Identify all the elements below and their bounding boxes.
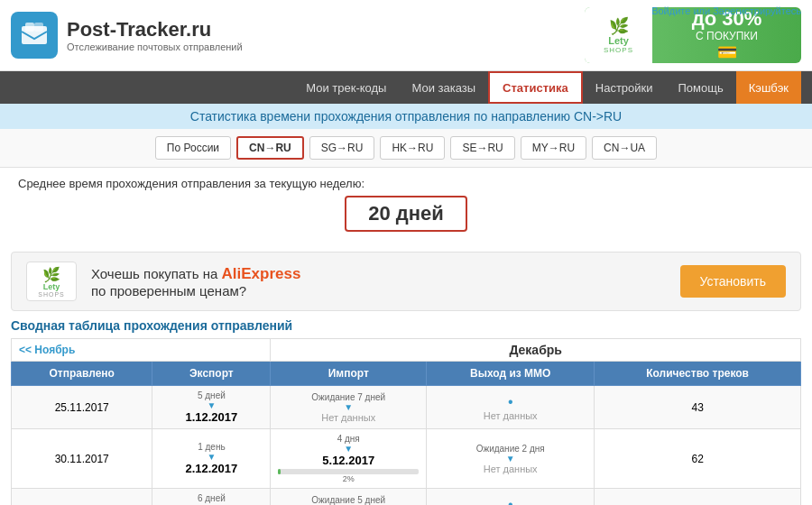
nav-cashback[interactable]: Кэшбэк [736, 71, 801, 104]
ad-lety-shops: SHOPS [38, 291, 65, 298]
column-header-row: Отправлено Экспорт Импорт Выход из ММО К… [12, 362, 801, 386]
ad-leaf-icon: 🌿 [42, 266, 60, 283]
nav-statistics[interactable]: Статистика [488, 71, 583, 104]
ad-banner: 🌿 Lety SHOPS Хочешь покупать на AliExpre… [11, 252, 801, 311]
logo-icon [11, 12, 58, 59]
col-sent: Отправлено [12, 362, 152, 386]
mmo-3: • Нет данных [427, 489, 595, 506]
import-2: 4 дня ▼ 5.12.2017 2% [271, 429, 427, 489]
export-1: 5 дней ▼ 1.12.2017 [152, 386, 271, 429]
tab-cn-ua[interactable]: CN→UA [592, 136, 657, 160]
svg-rect-1 [25, 23, 34, 32]
month-header-row: << Ноябрь Декабрь [12, 339, 801, 362]
nav-my-tracks[interactable]: Мои трек-коды [293, 71, 399, 104]
col-mmo: Выход из ММО [427, 362, 595, 386]
sent-date-3: 27.11.2017 [12, 489, 152, 506]
logo-text: Post-Tracker.ru Отслеживание почтовых от… [67, 18, 243, 52]
col-import: Импорт [271, 362, 427, 386]
tracks-2: 62 [595, 429, 801, 489]
logo-area: Post-Tracker.ru Отслеживание почтовых от… [11, 12, 243, 59]
tab-cn-ru[interactable]: CN→RU [236, 136, 304, 160]
table-title: Сводная таблица прохождения отправлений [11, 318, 801, 333]
tab-my-ru[interactable]: MY→RU [521, 136, 586, 160]
tab-hk-ru[interactable]: HK→RU [380, 136, 445, 160]
table-row: 30.11.2017 1 день ▼ 2.12.2017 4 дня ▼ 5.… [12, 429, 801, 489]
avg-label: Среднее время прохождения отправления за… [18, 177, 794, 190]
tab-se-ru[interactable]: SE→RU [450, 136, 514, 160]
page-title: Статистика времени прохождения отправлен… [0, 104, 812, 129]
import-3: Ожидание 5 дней ▼ Нет данных [271, 489, 427, 506]
filter-tabs: По России CN→RU SG→RU HK→RU SE→RU MY→RU … [0, 129, 812, 168]
tab-sg-ru[interactable]: SG→RU [309, 136, 375, 160]
lety-leaf-icon: 🌿 [609, 16, 629, 36]
tracks-1: 43 [595, 386, 801, 429]
mmo-2: Ожидание 2 дня ▼ Нет данных [427, 429, 595, 489]
nav-settings[interactable]: Настройки [583, 71, 666, 104]
sent-date-2: 30.11.2017 [12, 429, 152, 489]
export-2: 1 день ▼ 2.12.2017 [152, 429, 271, 489]
navigation: Мои трек-коды Мои заказы Статистика Наст… [0, 71, 812, 104]
login-link[interactable]: Войдите или Зарегистрируйтесь [651, 5, 801, 16]
col-tracks: Количество треков [595, 362, 801, 386]
install-button[interactable]: Установить [680, 265, 786, 298]
aliexpress-brand: AliExpress [222, 265, 301, 282]
svg-rect-2 [34, 23, 43, 32]
lety-discount-sub: С ПОКУПКИ [696, 30, 758, 42]
credit-card-icon: 💳 [717, 42, 737, 62]
sent-date-1: 25.11.2017 [12, 386, 152, 429]
lety-shops: SHOPS [604, 46, 633, 54]
table-section: Сводная таблица прохождения отправлений … [11, 318, 801, 505]
tab-po-rossii[interactable]: По России [155, 136, 231, 160]
lety-brand: Lety [608, 36, 629, 46]
tracks-3: 40 [595, 489, 801, 506]
nav-my-orders[interactable]: Мои заказы [399, 71, 488, 104]
nav-help[interactable]: Помощь [666, 71, 736, 104]
average-section: Среднее время прохождения отправления за… [0, 168, 812, 244]
stats-table: << Ноябрь Декабрь Отправлено Экспорт Имп… [11, 338, 801, 505]
current-month: Декабрь [271, 339, 801, 362]
ad-text: Хочешь покупать на AliExpress по провере… [91, 265, 666, 298]
ad-lety-logo: 🌿 Lety SHOPS [26, 262, 77, 301]
table-row: 27.11.2017 6 дней ▼ 3.12.2017 Ожидание 5… [12, 489, 801, 506]
ad-lety-brand: Lety [43, 283, 60, 291]
export-3: 6 дней ▼ 3.12.2017 [152, 489, 271, 506]
prev-month-link[interactable]: << Ноябрь [12, 339, 271, 362]
mmo-1: • Нет данных [427, 386, 595, 429]
lety-logo-area: 🌿 Lety SHOPS [585, 7, 652, 63]
table-row: 25.11.2017 5 дней ▼ 1.12.2017 Ожидание 7… [12, 386, 801, 429]
ad-text-part2: по проверенным ценам? [91, 283, 246, 298]
avg-value: 20 дней [345, 196, 467, 232]
import-1: Ожидание 7 дней ▼ Нет данных [271, 386, 427, 429]
col-export: Экспорт [152, 362, 271, 386]
